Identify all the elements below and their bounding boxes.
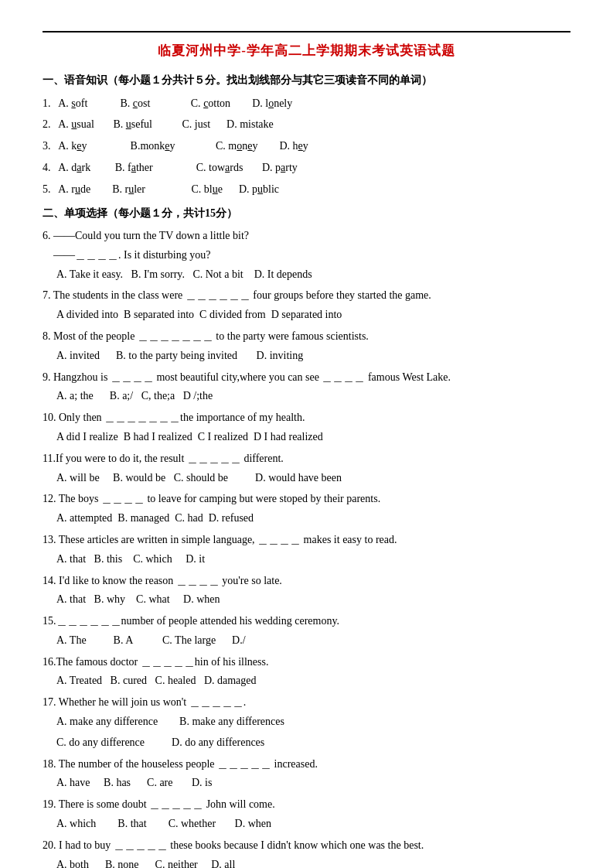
q3-b: B.monkey [131,140,213,152]
question-19: 19. There is some doubt ＿＿＿＿＿ John will … [43,795,570,833]
question-4: 4. A. dark B. father C. towards D. party [43,159,570,177]
q1-c: C. cotton [191,97,250,109]
q3-d: D. hey [279,140,308,152]
question-14: 14. I'd like to know the reason ＿＿＿＿ you… [43,572,570,610]
q2-a: A. usual [58,118,111,130]
q2-b: B. useful [113,118,179,130]
question-6: 6. ——Could you turn the TV down a little… [43,227,570,283]
q4-d: D. party [262,162,298,173]
q3-c: C. money [216,140,277,152]
q1-num: 1. [43,97,56,109]
question-12: 12. The boys ＿＿＿＿ to leave for camping b… [43,490,570,528]
q3-num: 3. [43,140,56,152]
question-1: 1. A. soft B. cost C. cotton D. lonely [43,94,570,113]
question-9: 9. Hangzhou is ＿＿＿＿ most beautiful city,… [43,368,570,406]
q1-d: D. lonely [252,97,292,109]
question-5: 5. A. rude B. ruler C. blue D. public [43,180,570,199]
question-13: 13. These articles are written in simple… [43,531,570,569]
question-15: 15.＿＿＿＿＿＿number of people attended his w… [43,612,570,650]
q4-a: A. dark [58,162,112,173]
q1-a: A. soft [58,97,117,109]
q2-num: 2. [43,118,56,130]
q5-b: B. ruler [112,183,189,195]
section1-title: 一、语音知识（每小题１分共计５分。找出划线部分与其它三项读音不同的单词） [43,72,570,89]
q5-c: C. blue [192,183,237,195]
question-8: 8. Most of the people ＿＿＿＿＿＿＿ to the par… [43,327,570,365]
q2-d: D. mistake [226,118,274,130]
question-18: 18. The number of the houseless people ＿… [43,755,570,793]
question-10: 10. Only then ＿＿＿＿＿＿＿the importance of m… [43,408,570,446]
question-17: 17. Whether he will join us won't ＿＿＿＿＿.… [43,693,570,751]
q5-d: D. public [239,183,279,195]
question-7: 7. The students in the class were ＿＿＿＿＿＿… [43,286,570,324]
q4-num: 4. [43,162,56,173]
q5-num: 5. [43,183,56,195]
section2-title: 二、单项选择（每小题１分，共计15分） [43,205,570,222]
q4-b: B. father [115,162,193,173]
q4-c: C. towards [196,162,260,173]
q2-c: C. just [182,118,223,130]
page-title: 临夏河州中学-学年高二上学期期末考试英语试题 [43,40,570,61]
q1-b: B. cost [120,97,188,109]
question-11: 11.If you were to do it, the result ＿＿＿＿… [43,449,570,487]
q3-a: A. key [58,140,128,152]
top-border [43,31,570,32]
question-16: 16.The famous doctor ＿＿＿＿＿hin of his ill… [43,653,570,691]
question-2: 2. A. usual B. useful C. just D. mistake [43,115,570,134]
question-3: 3. A. key B.monkey C. money D. hey [43,137,570,155]
question-20: 20. I had to buy ＿＿＿＿＿ these books becau… [43,836,570,868]
q5-a: A. rude [58,183,110,195]
